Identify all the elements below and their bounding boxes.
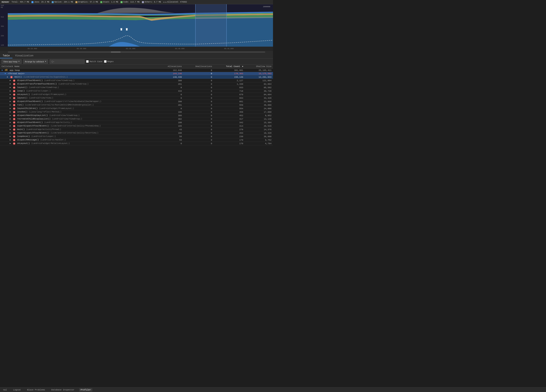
table-row[interactable]: ▶ m dispatchTouchEvent() (Landroid/view/… bbox=[0, 79, 273, 82]
heap-dropdown[interactable]: View app heap ▼ bbox=[1, 59, 22, 64]
expand-button[interactable]: ▶ bbox=[10, 90, 11, 92]
table-row[interactable]: ▼ <Thread main> 144,146 0 170,363 13,175… bbox=[0, 72, 273, 75]
callstack-name: main() bbox=[17, 128, 25, 131]
callstack-cell: ▶ m layoutChildren() (Landroid/widget/Fr… bbox=[0, 107, 157, 110]
table-row[interactable]: ▶ m dispatchTouchEvent() (Landroid/suppo… bbox=[0, 100, 273, 103]
total-count-cell: 170 bbox=[214, 142, 245, 145]
expand-button[interactable]: ▼ bbox=[1, 69, 3, 71]
col-allocations[interactable]: Allocations bbox=[157, 64, 183, 69]
method-icon: m bbox=[13, 121, 15, 124]
table-body: ▼ app heap 162,848 0 381,991 25,165,411 … bbox=[0, 69, 273, 145]
expand-button[interactable]: ▶ bbox=[10, 121, 11, 124]
data-table: Callstack Name Allocations Deallocations… bbox=[0, 64, 273, 145]
expand-button[interactable]: ▶ bbox=[10, 83, 11, 85]
expand-button[interactable]: ▶ bbox=[10, 107, 11, 110]
callstack-name: layout() bbox=[17, 97, 27, 99]
expand-button[interactable]: ▶ bbox=[10, 114, 11, 117]
expand-button[interactable]: ▶ bbox=[10, 139, 11, 141]
table-row[interactable]: ▶ m onLayout() (Landroid/widget/Relative… bbox=[0, 142, 273, 145]
table-row[interactable]: ▶ m superDispatchTouchEvent() (Lcom/andr… bbox=[0, 131, 273, 135]
callstack-params: (Landroid/view/ViewGroup;) bbox=[49, 114, 79, 117]
table-row[interactable]: ▶ m dispatchTouchEvent() (Landroid/app/A… bbox=[0, 121, 273, 124]
allocations-cell: 56 bbox=[157, 135, 183, 138]
expand-button[interactable]: ▶ bbox=[7, 76, 8, 78]
table-scroll-area[interactable]: Callstack Name Allocations Deallocations… bbox=[0, 64, 273, 191]
col-total-count[interactable]: Total Count ▼ bbox=[214, 64, 245, 69]
method-icon: m bbox=[13, 139, 15, 141]
table-row[interactable]: ▶ m recreateChildDisplayList() (Landroid… bbox=[0, 117, 273, 121]
callstack-params: (Landroid/os/Handler;) bbox=[40, 139, 66, 141]
tab-visualization[interactable]: Visualization bbox=[13, 54, 36, 58]
scrollbar-thumb[interactable] bbox=[111, 51, 121, 53]
table-row[interactable]: ▶ m loopOnce() (Landroid/os/Looper;) 56 … bbox=[0, 135, 273, 138]
table-row[interactable]: ▶ m main() (Landroid/app/ActivityThread;… bbox=[0, 128, 273, 131]
method-icon: m bbox=[13, 118, 15, 120]
table-row[interactable]: ▶ m dispatchTransformedTouchEvent() (Lan… bbox=[0, 82, 273, 86]
shallow-size-cell: 17,880 bbox=[245, 110, 273, 114]
table-row[interactable]: ▶ m dispatchMessage() (Landroid/os/Handl… bbox=[0, 138, 273, 142]
callstack-cell: ▶ m dispatchTransformedTouchEvent() (Lan… bbox=[0, 82, 157, 86]
shallow-size-cell: 9,752 bbox=[245, 138, 273, 142]
deallocations-cell: 0 bbox=[183, 82, 214, 86]
table-row[interactable]: ▶ m onLayout() (Landroid/widget/FrameLay… bbox=[0, 93, 273, 96]
table-row[interactable]: ▶ m main() (Lcom/android/internal/os/Zyg… bbox=[0, 75, 273, 79]
expand-button[interactable]: ▶ bbox=[10, 132, 11, 134]
table-row[interactable]: ▶ m run() (Lcom/android/internal/os/Runt… bbox=[0, 103, 273, 107]
regex-label[interactable]: Regex bbox=[104, 60, 114, 63]
match-case-checkbox[interactable] bbox=[86, 60, 89, 63]
expand-button[interactable]: ▶ bbox=[10, 135, 11, 138]
expand-button[interactable]: ▶ bbox=[10, 118, 11, 120]
match-case-label[interactable]: Match Case bbox=[86, 60, 102, 63]
allocations-cell: 0 bbox=[157, 86, 183, 89]
table-row[interactable]: ▶ m dispatchGetDisplayList() (Landroid/v… bbox=[0, 114, 273, 117]
callstack-cell: ▶ m onLayout() (Landroid/widget/Relative… bbox=[0, 142, 157, 145]
shallow-size-cell: 33,420 bbox=[245, 96, 273, 100]
expand-button[interactable]: ▶ bbox=[10, 128, 11, 131]
table-row[interactable]: ▶ m superDispatchTouchEvent() (Lcom/andr… bbox=[0, 124, 273, 128]
total-count-cell: 663 bbox=[214, 96, 245, 100]
scrollbar-track[interactable] bbox=[8, 51, 265, 53]
table-row[interactable]: ▶ m layout() (Landroid/view/View;) 0 0 6… bbox=[0, 96, 273, 100]
method-icon: m bbox=[13, 90, 15, 92]
callstack-name: dispatchMessage() bbox=[17, 139, 39, 141]
total-count-cell: 2,127 bbox=[214, 79, 245, 82]
col-shallow-size[interactable]: Shallow Size bbox=[245, 64, 273, 69]
search-input[interactable] bbox=[50, 59, 84, 64]
callstack-cell: ▶ m main() (Landroid/app/ActivityThread;… bbox=[0, 128, 157, 131]
expand-button[interactable]: ▶ bbox=[10, 142, 11, 145]
java-dot bbox=[32, 1, 33, 3]
callstack-name: superDispatchTouchEvent() bbox=[17, 125, 49, 127]
table-row[interactable]: ▶ m loop() (Landroid/os/Looper;) 433 0 7… bbox=[0, 89, 273, 93]
table-row[interactable]: ▶ m invoke() (Ljava/lang/reflect/Method;… bbox=[0, 110, 273, 114]
method-icon: m bbox=[13, 94, 15, 96]
expand-button[interactable]: ▶ bbox=[10, 125, 11, 127]
expand-button[interactable]: ▶ bbox=[10, 111, 11, 113]
col-deallocations[interactable]: Deallocations bbox=[183, 64, 214, 69]
method-icon: m bbox=[13, 132, 15, 134]
expand-button[interactable]: ▶ bbox=[10, 86, 11, 89]
allocations-cell: 281 bbox=[157, 103, 183, 107]
allocations-cell: 180 bbox=[157, 121, 183, 124]
expand-button[interactable]: ▼ bbox=[5, 73, 6, 75]
chart-scrollbar[interactable] bbox=[0, 51, 273, 53]
tab-table[interactable]: Table bbox=[0, 54, 13, 58]
callstack-name: dispatchGetDisplayList() bbox=[17, 114, 48, 117]
table-row[interactable]: ▼ app heap 162,848 0 381,991 25,165,411 bbox=[0, 69, 273, 72]
table-row[interactable]: ▶ m layout() (Landroid/view/ViewGroup;) … bbox=[0, 86, 273, 89]
deallocations-cell: 0 bbox=[183, 117, 214, 121]
allocations-cell: 380 bbox=[157, 79, 183, 82]
memory-chart[interactable]: 640 MB 512 384 256 128 bbox=[0, 4, 273, 47]
expand-button[interactable]: ▶ bbox=[10, 104, 11, 106]
callstack-cell: ▶ m loop() (Landroid/os/Looper;) bbox=[0, 89, 157, 93]
callstack-params: (Landroid/os/Looper;) bbox=[31, 135, 56, 138]
total-count-cell: 263 bbox=[214, 131, 245, 135]
expand-button[interactable]: ▶ bbox=[10, 97, 11, 99]
callstack-cell: ▶ m onLayout() (Landroid/widget/FrameLay… bbox=[0, 93, 157, 96]
stack-dot bbox=[100, 1, 102, 3]
expand-button[interactable]: ▶ bbox=[10, 79, 11, 82]
expand-button[interactable]: ▶ bbox=[10, 100, 11, 102]
table-row[interactable]: ▶ m layoutChildren() (Landroid/widget/Fr… bbox=[0, 107, 273, 110]
expand-button[interactable]: ▶ bbox=[10, 93, 11, 95]
regex-checkbox[interactable] bbox=[104, 60, 107, 63]
arrange-dropdown[interactable]: Arrange by callstack ▼ bbox=[23, 59, 48, 64]
